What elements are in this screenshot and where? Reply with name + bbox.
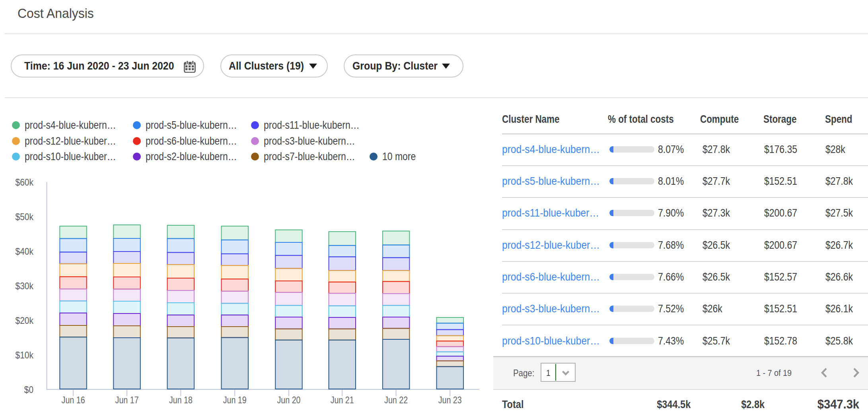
svg-text:$60k: $60k (16, 177, 34, 188)
svg-text:$40k: $40k (16, 246, 34, 257)
svg-text:Jun 16: Jun 16 (62, 395, 85, 405)
svg-text:Jun 23: Jun 23 (438, 395, 462, 405)
svg-text:Jun 17: Jun 17 (115, 395, 139, 405)
svg-text:$10k: $10k (16, 350, 34, 360)
svg-text:Jun 18: Jun 18 (169, 395, 193, 405)
svg-text:Jun 19: Jun 19 (223, 395, 247, 405)
svg-text:$0: $0 (24, 384, 33, 395)
svg-text:$30k: $30k (16, 281, 34, 291)
svg-text:$20k: $20k (16, 315, 34, 326)
svg-text:Jun 22: Jun 22 (384, 395, 408, 405)
svg-text:Jun 21: Jun 21 (331, 395, 354, 405)
svg-text:Jun 20: Jun 20 (277, 395, 301, 405)
svg-text:$50k: $50k (16, 211, 34, 222)
